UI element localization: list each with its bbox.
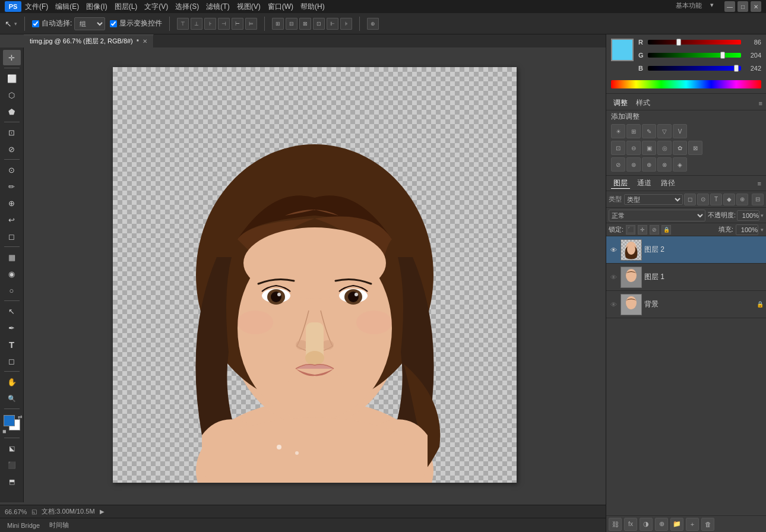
quick-select-tool[interactable]: ⬟	[3, 104, 21, 119]
layer-filter-shape[interactable]: ◆	[723, 194, 735, 205]
add-link-button[interactable]: ⛓	[609, 518, 622, 531]
dist-top[interactable]: ⊞	[272, 18, 284, 30]
layer-filter-smart[interactable]: ⊕	[736, 194, 748, 205]
auto-select-checkbox[interactable]	[32, 20, 39, 27]
layer-bg-visibility[interactable]: 👁	[609, 300, 618, 309]
posterize-adj[interactable]: ⊛	[626, 157, 641, 172]
channels-tab[interactable]: 通道	[635, 178, 654, 188]
clone-tool[interactable]: ⊕	[3, 195, 21, 211]
levels-adj[interactable]: ⊞	[626, 124, 641, 138]
workspace-arrow[interactable]: ▾	[710, 1, 714, 12]
current-color-swatch[interactable]	[611, 39, 634, 61]
align-right[interactable]: ⊨	[245, 18, 257, 30]
vibrance-adj[interactable]: V	[673, 124, 687, 138]
shape-tool[interactable]: ◻	[3, 353, 21, 369]
selectivecolor-adj[interactable]: ◈	[673, 157, 687, 172]
document-tab[interactable]: timg.jpg @ 66.7% (图层 2, RGB/8#) * ✕	[24, 34, 154, 48]
quick-mask-tool[interactable]: ⬕	[3, 441, 21, 456]
add-adjustment-button[interactable]: ⊕	[655, 518, 668, 531]
zoom-info-icon[interactable]: ◱	[31, 508, 37, 515]
swap-colors-icon[interactable]: ⇄	[18, 414, 23, 420]
transform-checkbox[interactable]	[110, 20, 117, 27]
spectrum-bar[interactable]	[611, 80, 761, 88]
foreground-color-swatch[interactable]	[4, 415, 15, 426]
align-hcenter[interactable]: ⊢	[232, 18, 243, 30]
g-thumb[interactable]	[720, 52, 725, 59]
dist-hcenter[interactable]: ⊩	[327, 18, 338, 30]
layers-tab[interactable]: 图层	[611, 178, 630, 189]
gradientmap-adj[interactable]: ⊗	[657, 157, 672, 172]
add-group-button[interactable]: 📁	[670, 518, 683, 531]
menu-window[interactable]: 窗口(W)	[268, 2, 293, 12]
r-thumb[interactable]	[676, 39, 681, 46]
hand-tool[interactable]: ✋	[3, 374, 21, 390]
delete-layer-button[interactable]: 🗑	[701, 518, 714, 531]
dist-right[interactable]: ⊧	[340, 18, 352, 30]
bw-adj[interactable]: ▣	[642, 141, 656, 155]
auto-select-dropdown[interactable]: 组 图层	[74, 17, 105, 30]
styles-tab[interactable]: 样式	[632, 98, 654, 108]
menu-help[interactable]: 帮助(H)	[300, 2, 325, 12]
history-brush-tool[interactable]: ↩	[3, 212, 21, 227]
layer-filter-text[interactable]: T	[710, 194, 722, 205]
close-button[interactable]: ✕	[751, 1, 761, 12]
spot-heal-tool[interactable]: ⊙	[3, 162, 21, 178]
mini-bridge-tab[interactable]: Mini Bridge	[5, 518, 42, 532]
minimize-button[interactable]: —	[724, 1, 735, 12]
align-left[interactable]: ⊣	[218, 18, 230, 30]
lasso-tool[interactable]: ⬡	[3, 87, 21, 103]
zoom-tool[interactable]: 🔍	[3, 391, 21, 406]
layer-item-bg[interactable]: 👁 背景 🔒	[606, 291, 766, 318]
blend-mode-select[interactable]: 正常 溶解 变暗	[609, 210, 705, 221]
adjustment-tab[interactable]: 调整	[610, 98, 631, 108]
layer-item-1[interactable]: 👁 图层 1	[606, 264, 766, 291]
fill-arrow[interactable]: ▾	[761, 227, 764, 233]
blur-tool[interactable]: ◉	[3, 266, 21, 281]
threshold-adj[interactable]: ⊕	[642, 157, 656, 172]
pen-tool[interactable]: ✒	[3, 320, 21, 335]
layers-panel-menu[interactable]: ≡	[758, 180, 761, 187]
channelmix-adj[interactable]: ✿	[673, 141, 687, 155]
hue-adj[interactable]: ⊡	[611, 141, 625, 155]
layer-filter-adjust[interactable]: ⊙	[697, 194, 709, 205]
g-slider[interactable]	[648, 53, 741, 58]
lock-all[interactable]: 🔒	[661, 225, 671, 235]
photofilter-adj[interactable]: ◎	[657, 141, 672, 155]
gradient-tool[interactable]: ▦	[3, 249, 21, 265]
layer-item-2[interactable]: 👁 图层 2	[606, 236, 766, 264]
align-top[interactable]: ⊤	[177, 18, 189, 30]
smart-guide[interactable]: ⊕	[367, 18, 379, 30]
brush-tool[interactable]: ✏	[3, 179, 21, 194]
b-slider[interactable]	[648, 66, 741, 71]
opacity-input[interactable]	[737, 210, 759, 221]
align-bottom[interactable]: ⊦	[204, 18, 216, 30]
r-slider[interactable]	[648, 40, 741, 45]
invert-adj[interactable]: ⊘	[611, 157, 625, 172]
layer-2-visibility[interactable]: 👁	[609, 245, 618, 255]
reset-colors-icon[interactable]: ◼	[2, 429, 7, 434]
text-tool[interactable]: T	[3, 337, 21, 352]
tab-close-button[interactable]: ✕	[143, 38, 147, 45]
menu-image[interactable]: 图像(I)	[86, 2, 107, 12]
menu-file[interactable]: 文件(F)	[25, 2, 48, 12]
layer-filter-select[interactable]: 类型	[624, 194, 683, 205]
menu-view[interactable]: 视图(V)	[237, 2, 261, 12]
adj-panel-menu[interactable]: ≡	[759, 100, 762, 107]
menu-edit[interactable]: 编辑(E)	[55, 2, 79, 12]
colorlookup-adj[interactable]: ⊠	[688, 141, 702, 155]
brightness-adj[interactable]: ☀	[611, 124, 625, 138]
paths-tab[interactable]: 路径	[659, 178, 678, 188]
menu-text[interactable]: 文字(V)	[144, 2, 168, 12]
exposure-adj[interactable]: ▽	[657, 124, 672, 138]
menu-layer[interactable]: 图层(L)	[115, 2, 138, 12]
crop-tool[interactable]: ⊡	[3, 125, 21, 140]
dist-vcenter[interactable]: ⊟	[286, 18, 297, 30]
align-vcenter[interactable]: ⊥	[191, 18, 202, 30]
fill-input[interactable]	[736, 224, 758, 235]
arrow-dropdown[interactable]: ▾	[14, 21, 17, 27]
doc-info-arrow[interactable]: ▶	[100, 508, 105, 515]
layer-1-visibility[interactable]: 👁	[609, 273, 618, 282]
layer-filter-toggle[interactable]: ⊟	[752, 194, 764, 205]
layer-filter-pixel[interactable]: ◻	[684, 194, 696, 205]
lock-artboards[interactable]: ⊘	[650, 225, 659, 235]
